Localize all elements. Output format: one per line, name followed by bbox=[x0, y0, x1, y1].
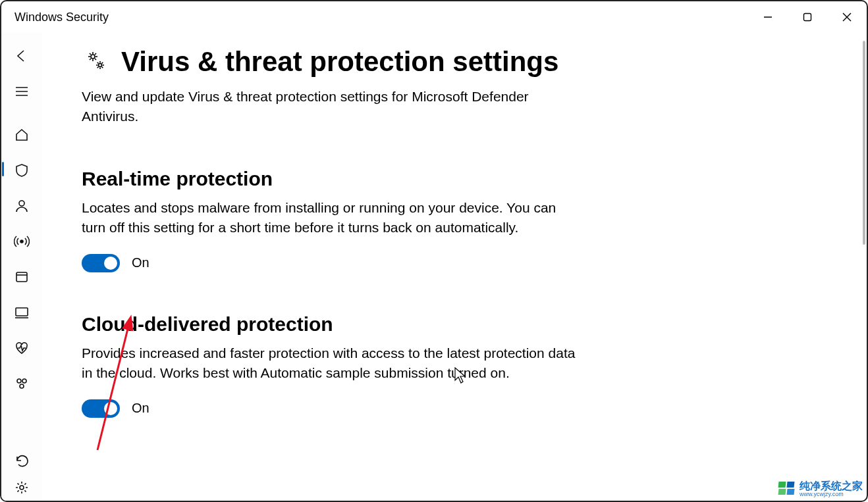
toggle-knob bbox=[104, 402, 117, 415]
section-cloud: Cloud-delivered protection Provides incr… bbox=[82, 313, 582, 418]
window-icon bbox=[14, 269, 30, 285]
content-area: Virus & threat protection settings View … bbox=[42, 33, 867, 501]
title-bar: Windows Security bbox=[1, 1, 867, 33]
realtime-toggle[interactable] bbox=[82, 254, 120, 272]
page-title: Virus & threat protection settings bbox=[121, 46, 558, 78]
body: Virus & threat protection settings View … bbox=[1, 33, 867, 501]
home-icon bbox=[14, 127, 30, 143]
svg-rect-1 bbox=[804, 14, 811, 21]
toggle-knob bbox=[104, 257, 117, 270]
svg-point-13 bbox=[17, 379, 21, 383]
svg-rect-9 bbox=[16, 272, 27, 282]
sidebar bbox=[1, 33, 42, 501]
cloud-toggle[interactable] bbox=[82, 399, 120, 418]
maximize-button[interactable] bbox=[788, 1, 827, 33]
svg-rect-11 bbox=[16, 308, 28, 316]
nav-home[interactable] bbox=[2, 117, 41, 153]
maximize-icon bbox=[803, 13, 812, 22]
close-button[interactable] bbox=[827, 1, 867, 33]
cloud-toggle-label: On bbox=[132, 401, 149, 416]
shield-icon bbox=[14, 163, 30, 178]
svg-point-16 bbox=[20, 486, 24, 489]
monitor-icon bbox=[14, 305, 30, 320]
realtime-toggle-row: On bbox=[82, 254, 582, 272]
page-subtitle: View and update Virus & threat protectio… bbox=[82, 87, 582, 127]
nav-virus-threat[interactable] bbox=[2, 153, 41, 188]
realtime-description: Locates and stops malware from installin… bbox=[82, 198, 582, 238]
nav-firewall[interactable] bbox=[2, 224, 41, 259]
cloud-description: Provides increased and faster protection… bbox=[82, 343, 582, 384]
gears-icon bbox=[82, 47, 109, 77]
window-controls bbox=[748, 1, 867, 33]
hamburger-icon bbox=[14, 84, 30, 99]
nav-device-performance[interactable] bbox=[2, 330, 41, 366]
heart-rate-icon bbox=[14, 340, 30, 356]
watermark-line1: 纯净系统之家 bbox=[800, 480, 863, 492]
gear-icon bbox=[14, 480, 29, 495]
page-header: Virus & threat protection settings bbox=[82, 46, 609, 78]
realtime-heading: Real-time protection bbox=[82, 168, 582, 190]
app-window: Windows Security bbox=[0, 0, 868, 502]
nav-settings[interactable] bbox=[2, 474, 41, 501]
person-icon bbox=[14, 198, 30, 214]
section-realtime: Real-time protection Locates and stops m… bbox=[82, 168, 582, 272]
window-title: Windows Security bbox=[14, 11, 109, 24]
watermark-line2: www.ycwjzy.com bbox=[800, 491, 863, 498]
svg-point-15 bbox=[20, 384, 24, 388]
content-scroll[interactable]: Virus & threat protection settings View … bbox=[42, 33, 635, 501]
svg-point-7 bbox=[19, 201, 24, 206]
minimize-icon bbox=[763, 13, 773, 22]
family-icon bbox=[14, 376, 30, 391]
nav-app-browser[interactable] bbox=[2, 259, 41, 295]
arrow-left-icon bbox=[14, 48, 30, 64]
svg-point-18 bbox=[99, 64, 102, 67]
watermark-logo bbox=[778, 482, 796, 496]
history-icon bbox=[14, 454, 29, 468]
nav-device-security[interactable] bbox=[2, 295, 41, 330]
cloud-toggle-row: On bbox=[82, 399, 582, 418]
watermark: 纯净系统之家 www.ycwjzy.com bbox=[778, 480, 863, 498]
vertical-scrollbar[interactable] bbox=[863, 41, 865, 245]
cloud-heading: Cloud-delivered protection bbox=[82, 313, 582, 336]
svg-point-8 bbox=[20, 240, 23, 243]
svg-point-17 bbox=[91, 55, 95, 59]
nav-family-options[interactable] bbox=[2, 366, 41, 401]
close-icon bbox=[842, 13, 852, 22]
nav-account-protection[interactable] bbox=[2, 188, 41, 224]
minimize-button[interactable] bbox=[748, 1, 788, 33]
broadcast-icon bbox=[14, 234, 30, 249]
nav-back[interactable] bbox=[2, 38, 41, 74]
svg-point-14 bbox=[22, 379, 26, 383]
nav-history[interactable] bbox=[2, 448, 41, 474]
realtime-toggle-label: On bbox=[132, 255, 149, 270]
nav-menu[interactable] bbox=[2, 74, 41, 109]
